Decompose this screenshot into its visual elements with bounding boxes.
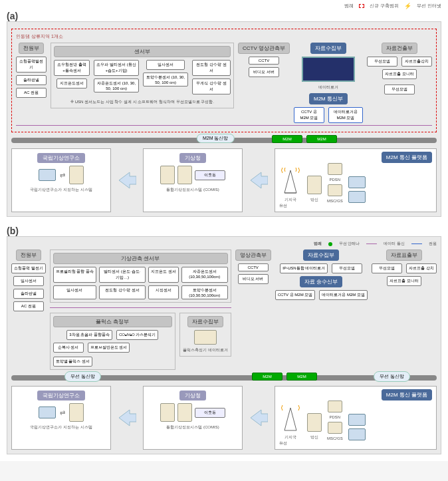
site-title: 인동댐 상류지역 1개소 xyxy=(16,33,432,40)
figure-a-label: (a) xyxy=(7,11,441,21)
power-item: 솔라판넬 xyxy=(16,75,47,85)
out-item: 자료표출 강치 xyxy=(406,263,437,273)
antenna-swatch xyxy=(328,242,332,246)
sensor-section: 센서부 조우형전방 출력+통속센서 지표온도센서 조우파 멀티센서 (황산+습도… xyxy=(51,43,234,108)
wireless-swatch: ⚡ xyxy=(404,3,411,9)
sensor-box: 지표온도센서 xyxy=(56,79,87,88)
laptop-icon xyxy=(348,414,366,426)
sensor-box: 토양수분센서 (10, 30, 50, 100 cm) xyxy=(143,73,188,86)
m2m-title: M2M 통신부 xyxy=(309,93,348,104)
server-icon xyxy=(307,176,322,194)
met-box: 토양수분센서 (10,30,50,100cm) xyxy=(181,285,228,299)
center-b: 기상관측 센서부 프로필러형 풍향 풍속 멀티센서 (온도·습도· 기압…) 지… xyxy=(50,249,231,370)
tx-title: 자료 송수신부 xyxy=(300,276,342,287)
dest-institute-b: 국립기상연구소 ⇄ 국립기상연구소가 지정하는 시스템 xyxy=(11,386,111,450)
cctv-item: 비디오 서버 xyxy=(249,67,279,77)
network-label: M2M 통신망 xyxy=(197,134,235,143)
flux-logger-icon xyxy=(194,330,217,345)
server-icon xyxy=(69,403,84,422)
tx-item: 데이터로거용 M2M 모뎀 xyxy=(319,290,368,300)
power-item: AC 전원 xyxy=(16,88,47,98)
legend-a: 범례 신규 구축범위 ⚡ 무선 인터넷 xyxy=(7,3,441,9)
flux-box: 순복사 센서 xyxy=(53,343,84,353)
tower-label: 기지국 xyxy=(284,197,296,203)
met-section: 기상관측 센서부 프로필러형 풍향 풍속 멀티센서 (온도·습도· 기압…) 지… xyxy=(50,249,231,303)
flux-box: 3차원 초음파 풍향풍속 xyxy=(66,330,112,340)
acq2-title: 자료수집부 xyxy=(187,316,223,327)
cctv-item: CCTV xyxy=(249,57,279,65)
net-label: 망신 xyxy=(310,434,318,440)
server-icon xyxy=(160,403,175,422)
power-label: 전원 xyxy=(429,241,437,247)
flux-box: 프로브절반온도 센서 xyxy=(88,343,130,353)
flux-box: CO₂/H₂O 가스분석기 xyxy=(116,330,158,340)
panel-b: 범례 무선 안테나 데이터 통신 전원 전원부 소형풍력 발전기 일사센서 솔라… xyxy=(7,236,441,454)
wireless-label: 무선 인터넷 xyxy=(417,3,441,9)
met-box: 시정센서 xyxy=(148,285,179,299)
legend-b: 범례 무선 안테나 데이터 통신 전원 xyxy=(11,241,437,247)
net-right: 무선 통신망 xyxy=(374,371,410,382)
m2m-platform: M2M 통신 플랫폼 기지국 망신 PDSN MSC/GS xyxy=(275,148,437,212)
out-item: 무선모뎀 xyxy=(372,263,402,273)
tower-icon xyxy=(279,405,302,432)
dest-caption: 국립기상연구소가 지정하는 시스템 xyxy=(30,424,92,430)
wire-label: 유선 xyxy=(279,203,432,209)
flow-arrow-icon xyxy=(118,408,136,427)
msc-icon xyxy=(328,184,342,196)
m2m-item: CCTV 용 M2M 모뎀 xyxy=(294,107,324,123)
sensor-box: 일사센서 xyxy=(146,60,185,70)
svg-marker-0 xyxy=(119,172,136,188)
img-title: 영상관측부 xyxy=(235,249,271,261)
net-label: 망신 xyxy=(310,197,318,203)
site-boundary: 인동댐 상류지역 1개소 전원부 소형풍력발전기 솔라판넬 AC 전원 센서부 … xyxy=(11,29,437,132)
data-label: 데이터 통신 xyxy=(384,241,405,247)
dest-kma: 기상청 이호동 통합기상정보시스템 (COMIS) xyxy=(143,148,243,212)
power-item: 일사센서 xyxy=(13,276,44,286)
dest-title: 기상청 xyxy=(179,153,206,163)
power-item: AC 전원 xyxy=(13,301,44,311)
data-swatch xyxy=(366,243,377,244)
m2m-badge: M2M xyxy=(306,135,337,143)
svg-marker-2 xyxy=(284,170,296,193)
acq2-item: 플럭스측정기 데이터로거 xyxy=(183,347,228,353)
met-box: 지표온도 센서 xyxy=(148,267,179,283)
msc-label: MSC/GS xyxy=(327,436,343,440)
svg-marker-4 xyxy=(119,410,136,426)
met-box: 자중온도센서 (10,30,50,100cm) xyxy=(181,267,228,283)
m2m-badge: M2M xyxy=(272,135,302,143)
laptop-icon xyxy=(348,428,366,440)
img-section: 영상관측부 CCTV 비디오 서버 xyxy=(235,249,271,284)
out-item: 무선모뎀 xyxy=(367,57,397,67)
out-section: 자료건출부 무선모뎀 자료표출강치 자료표출 모니터 무선모뎀 xyxy=(367,43,432,94)
modem-item: 무선모뎀 xyxy=(384,84,415,94)
laptop-icon xyxy=(39,406,56,418)
out-item: 자료표출 모니터 xyxy=(382,69,417,79)
wire-label: 유선 xyxy=(279,440,432,446)
acq1-title: 자료수집부 xyxy=(303,249,339,261)
bottom-row-b: 국립기상연구소 ⇄ 국립기상연구소가 지정하는 시스템 기상청 이호동 통 xyxy=(11,386,437,450)
acq2-section: 자료수집부 플럭스측정기 데이터로거 xyxy=(179,313,231,357)
flux-title: 플럭스 측정부 xyxy=(53,316,172,327)
datalogger-label: 데이터로거 xyxy=(318,84,338,90)
server-icon xyxy=(177,166,192,184)
sensor-title: 센서부 xyxy=(54,46,231,57)
m2m-item: 데이터로거용 M2M 모뎀 xyxy=(328,107,363,123)
server-icon xyxy=(160,166,175,184)
dest-caption: 통합기상정보시스템 (COMIS) xyxy=(166,424,219,430)
power-item: 솔라판넬 xyxy=(13,289,44,299)
msc-icon xyxy=(328,422,342,434)
dest-caption: 국립기상연구소가 지정하는 시스템 xyxy=(30,187,92,193)
met-title: 기상관측 센서부 xyxy=(53,253,228,264)
flow-arrow-icon xyxy=(249,408,268,427)
svg-marker-5 xyxy=(251,410,268,426)
dest-title: 국립기상연구소 xyxy=(37,391,85,401)
acq1-item: IP-USN통합 데이터로거 xyxy=(280,263,328,273)
sensor-box: 자중온도센서 (10, 30, 50, 100 cm) xyxy=(94,79,139,92)
comis-chip: 이호동 xyxy=(195,170,225,180)
laptop-icon xyxy=(348,176,366,188)
new-area-swatch xyxy=(359,4,364,8)
power-item: 소형풍력 발전기 xyxy=(11,263,46,273)
new-area-label: 신규 구축범위 xyxy=(370,3,399,9)
pdsn-label: PDSN xyxy=(330,178,341,182)
comis-chip: 이호동 xyxy=(195,408,225,418)
